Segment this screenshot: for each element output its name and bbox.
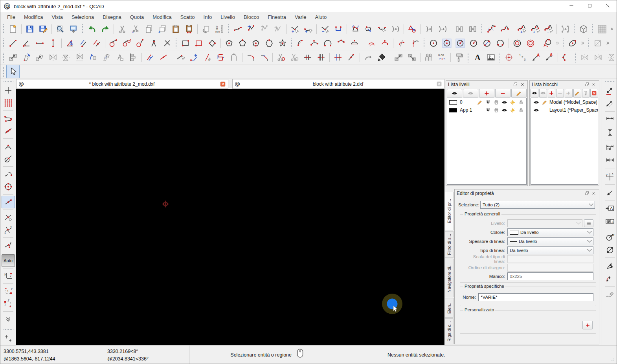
layer-edit-button[interactable] xyxy=(511,89,527,97)
toolbar-drag-handle[interactable] xyxy=(605,81,615,83)
layer-panel-float-button[interactable] xyxy=(512,81,519,87)
toolbar-drag-handle[interactable] xyxy=(291,38,293,48)
snap-auto[interactable]: Auto xyxy=(2,254,15,267)
modify-break-out-gap[interactable] xyxy=(314,51,328,64)
toolbar-drag-handle[interactable] xyxy=(3,24,5,34)
dimension-angular[interactable] xyxy=(603,259,617,272)
circle-2-tangents-point[interactable] xyxy=(494,37,507,50)
dimension-leader[interactable] xyxy=(603,186,617,199)
arc-tangent-point-radius[interactable] xyxy=(395,37,408,50)
modify-trim-both[interactable] xyxy=(157,51,170,64)
dimension-ordinate[interactable]: yx xyxy=(603,170,617,183)
modify-clip-to-rectangle[interactable] xyxy=(214,51,227,64)
select-contiguous-entities[interactable] xyxy=(244,22,258,36)
arc-concentric-point[interactable] xyxy=(378,37,391,50)
toolbar-drag-handle[interactable] xyxy=(82,24,84,34)
block-replace-references[interactable] xyxy=(405,51,419,64)
toolbar-drag-handle[interactable] xyxy=(573,24,575,34)
spline-fit-points[interactable] xyxy=(498,22,511,36)
side-tab-0[interactable]: Editor di pr... xyxy=(445,192,454,230)
menu-quota-5[interactable]: Quota xyxy=(126,12,148,22)
modify-divide[interactable] xyxy=(274,51,288,64)
menu-file-0[interactable]: File xyxy=(3,12,20,22)
spline-control-points[interactable] xyxy=(485,22,498,36)
eye-icon[interactable] xyxy=(532,107,540,113)
rectangle-3-points[interactable] xyxy=(206,37,219,50)
modify-align[interactable] xyxy=(127,51,140,64)
select-window[interactable] xyxy=(332,22,345,36)
modify-move-rotate[interactable] xyxy=(33,51,46,64)
toolbar-drag-handle[interactable] xyxy=(562,38,564,48)
side-tab-3[interactable]: Elen... xyxy=(445,298,454,318)
layer-hide-all-button[interactable] xyxy=(463,89,478,97)
menu-info-8[interactable]: Info xyxy=(199,12,217,22)
document-window-2[interactable]: Q block with attribute 2.dxf xyxy=(232,79,444,89)
modify-paint-properties[interactable] xyxy=(452,51,466,64)
export-bitmap[interactable] xyxy=(67,22,80,36)
toolbar-drag-handle[interactable] xyxy=(3,329,13,331)
line-relative-angle[interactable] xyxy=(147,37,160,50)
modify-stretch[interactable] xyxy=(187,51,200,64)
nome-input[interactable]: *VARIE* xyxy=(478,293,593,301)
modify-purge[interactable] xyxy=(375,51,388,64)
lock-icon[interactable] xyxy=(517,107,525,113)
copy-with-reference[interactable]: + xyxy=(156,22,169,36)
modify-clip-gap[interactable] xyxy=(227,51,241,64)
maximize-button[interactable] xyxy=(580,0,599,12)
selection-pointer-tool[interactable] xyxy=(6,65,20,78)
block-remove-button[interactable] xyxy=(556,89,564,97)
restrict-xy[interactable]: yx xyxy=(2,270,15,282)
arc-2-points-angle[interactable] xyxy=(334,37,348,50)
layer-row-app-1[interactable]: App 1 xyxy=(447,106,526,114)
circle-concentric-point[interactable] xyxy=(524,37,537,50)
snap-intersection[interactable] xyxy=(2,211,15,224)
livello-menu-button[interactable] xyxy=(584,219,593,227)
copy[interactable] xyxy=(142,22,156,36)
arc-2-points-radius[interactable] xyxy=(321,37,334,50)
add-text[interactable]: A xyxy=(471,51,484,64)
layer-panel-close-button[interactable] xyxy=(519,81,525,87)
block-panel-float-button[interactable] xyxy=(584,81,590,87)
property-panel-float-button[interactable] xyxy=(584,190,590,196)
block-hide-all-button[interactable] xyxy=(539,89,547,97)
select-through[interactable] xyxy=(436,22,449,36)
select-polygon[interactable] xyxy=(349,22,362,36)
circle-2-points[interactable] xyxy=(440,37,454,50)
hatch-overflow[interactable] xyxy=(604,37,611,50)
snap-endpoints[interactable] xyxy=(2,112,15,125)
modify-rotate-two[interactable] xyxy=(86,51,100,64)
snap-grid[interactable] xyxy=(2,97,15,109)
block-show-all-button[interactable] xyxy=(531,89,538,97)
add-arc-to-selection[interactable]: + xyxy=(301,22,315,36)
paste-along-entity[interactable] xyxy=(182,22,196,36)
dimension-edit[interactable] xyxy=(603,288,617,301)
modify-flip-horizontal[interactable] xyxy=(60,51,73,64)
undo[interactable] xyxy=(85,22,99,36)
side-tab-1[interactable]: Filtro di s... xyxy=(445,231,454,258)
restrict-orthogonal-1[interactable]: 12 xyxy=(2,285,15,298)
new-drawing[interactable] xyxy=(6,22,20,36)
remove-contiguous-from-selection[interactable] xyxy=(271,22,285,36)
ellipse-center-points[interactable] xyxy=(566,37,579,50)
magnet-icon[interactable] xyxy=(484,99,492,105)
spline-to-arcs[interactable] xyxy=(558,22,572,36)
ellipse-overflow[interactable] xyxy=(579,37,586,50)
block-row[interactable]: Model (*Model_Space) xyxy=(531,98,598,106)
polygon-side-side[interactable] xyxy=(249,37,263,50)
modify-round-corner[interactable] xyxy=(244,51,257,64)
modify-offset[interactable]: x xyxy=(200,51,214,64)
dimension-rotated[interactable] xyxy=(603,97,617,110)
line-2-points[interactable] xyxy=(6,37,20,50)
arc-tangent-2-entities[interactable] xyxy=(408,37,422,50)
snap-perpendicular[interactable] xyxy=(2,140,15,153)
snap-on-entity[interactable] xyxy=(2,125,15,137)
circle-center-point[interactable] xyxy=(427,37,440,50)
menu-finestra-11[interactable]: Finestra xyxy=(263,12,290,22)
eye-icon[interactable] xyxy=(500,99,509,105)
arc-concentric-distance[interactable] xyxy=(365,37,378,50)
arc-2-points-height[interactable] xyxy=(348,37,361,50)
printer-icon[interactable] xyxy=(492,107,500,113)
menu-vista-2[interactable]: Vista xyxy=(47,12,67,22)
line-angle[interactable] xyxy=(20,37,33,50)
layer-row-0[interactable]: 0 xyxy=(447,98,526,106)
